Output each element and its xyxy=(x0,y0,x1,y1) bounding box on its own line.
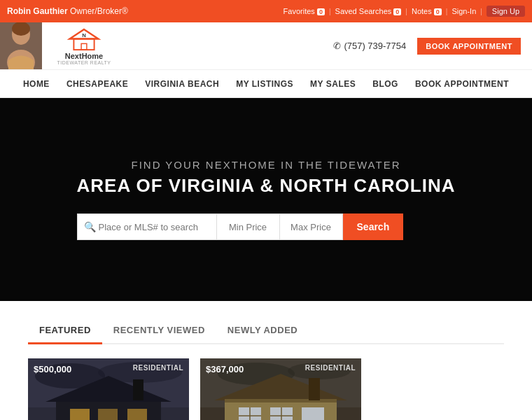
agent-name-label: Robin Gauthier Owner/Broker® xyxy=(7,6,128,16)
nav-items: HOME CHESAPEAKE VIRGINIA BEACH MY LISTIN… xyxy=(23,79,509,89)
svg-rect-15 xyxy=(98,409,118,420)
phone-icon: ✆ xyxy=(333,41,341,51)
svg-rect-18 xyxy=(133,379,144,400)
listing-type: RESIDENTIAL xyxy=(305,364,356,372)
favorites-link[interactable]: Favorites 0 xyxy=(284,7,325,15)
logo-svg: N xyxy=(66,27,102,52)
svg-rect-31 xyxy=(302,407,324,420)
listings-grid: $500,000 RESIDENTIAL xyxy=(0,344,532,420)
listing-card[interactable]: $500,000 RESIDENTIAL xyxy=(28,358,189,420)
navigation: HOME CHESAPEAKE VIRGINIA BEACH MY LISTIN… xyxy=(0,70,532,98)
search-input-wrap: 🔍 xyxy=(77,214,217,240)
header: N NextHome TIDEWATER REALTY ✆ (757) 739-… xyxy=(0,22,532,70)
phone-display: ✆ (757) 739-7754 xyxy=(333,41,406,51)
nav-item-book-appointment[interactable]: BOOK APPOINTMENT xyxy=(415,79,509,89)
hero-title: AREA OF VIRGINIA & NORTH CAROLINA xyxy=(77,175,456,197)
hero-subtitle: FIND YOUR NEXTHOME IN THE TIDEWATER xyxy=(77,159,456,171)
search-icon: 🔍 xyxy=(84,221,96,232)
search-input[interactable] xyxy=(77,214,217,240)
hero-section: FIND YOUR NEXTHOME IN THE TIDEWATER AREA… xyxy=(0,98,532,301)
notes-link[interactable]: Notes 0 xyxy=(412,7,442,15)
favorites-badge: 0 xyxy=(317,8,325,15)
svg-rect-38 xyxy=(309,378,320,400)
agent-photo xyxy=(0,22,42,69)
svg-rect-5 xyxy=(74,39,94,50)
book-appointment-button-header[interactable]: BOOK APPOINTMENT xyxy=(417,38,521,55)
search-bar: 🔍 Search xyxy=(77,214,456,240)
tabs-section: FEATURED RECENTLY VIEWED NEWLY ADDED xyxy=(0,301,532,344)
listing-price: $367,000 xyxy=(206,364,244,374)
nav-item-my-listings[interactable]: MY LISTINGS xyxy=(236,79,293,89)
listing-price: $500,000 xyxy=(34,364,71,374)
tab-newly-added[interactable]: NEWLY ADDED xyxy=(216,318,309,344)
logo-brand-name: NextHome xyxy=(65,52,103,60)
nav-item-my-sales[interactable]: MY SALES xyxy=(310,79,356,89)
search-button[interactable]: Search xyxy=(343,214,404,240)
listing-type: RESIDENTIAL xyxy=(133,364,183,372)
agent-photo-svg xyxy=(0,22,42,69)
logo[interactable]: N NextHome TIDEWATER REALTY xyxy=(56,27,112,65)
svg-rect-14 xyxy=(70,409,90,420)
signin-link[interactable]: Sign-In xyxy=(451,7,476,15)
listing-card[interactable]: $367,000 RESIDENTIAL xyxy=(200,358,361,420)
nav-item-virginia-beach[interactable]: VIRGINIA BEACH xyxy=(145,79,219,89)
svg-rect-16 xyxy=(127,409,147,420)
max-price-input[interactable] xyxy=(280,214,343,240)
top-bar: Robin Gauthier Owner/Broker® Favorites 0… xyxy=(0,0,532,22)
top-bar-right: Favorites 0 | Saved Searches 0 | Notes 0… xyxy=(284,6,525,17)
tab-recently-viewed[interactable]: RECENTLY VIEWED xyxy=(102,318,216,344)
svg-text:N: N xyxy=(82,32,86,38)
saved-searches-link[interactable]: Saved Searches 0 xyxy=(335,7,402,15)
tabs: FEATURED RECENTLY VIEWED NEWLY ADDED xyxy=(28,318,504,344)
hero-content: FIND YOUR NEXTHOME IN THE TIDEWATER AREA… xyxy=(77,159,456,240)
logo-tagline: TIDEWATER REALTY xyxy=(57,60,111,65)
tab-featured[interactable]: FEATURED xyxy=(28,318,102,344)
agent-info: Robin Gauthier Owner/Broker® xyxy=(7,6,128,16)
nav-item-chesapeake[interactable]: CHESAPEAKE xyxy=(66,79,128,89)
nav-item-home[interactable]: HOME xyxy=(23,79,50,89)
notes-badge: 0 xyxy=(434,8,442,15)
saved-searches-badge: 0 xyxy=(393,8,401,15)
svg-rect-6 xyxy=(81,43,87,50)
nav-item-blog[interactable]: BLOG xyxy=(372,79,398,89)
min-price-input[interactable] xyxy=(217,214,280,240)
signup-button[interactable]: Sign Up xyxy=(486,6,525,17)
